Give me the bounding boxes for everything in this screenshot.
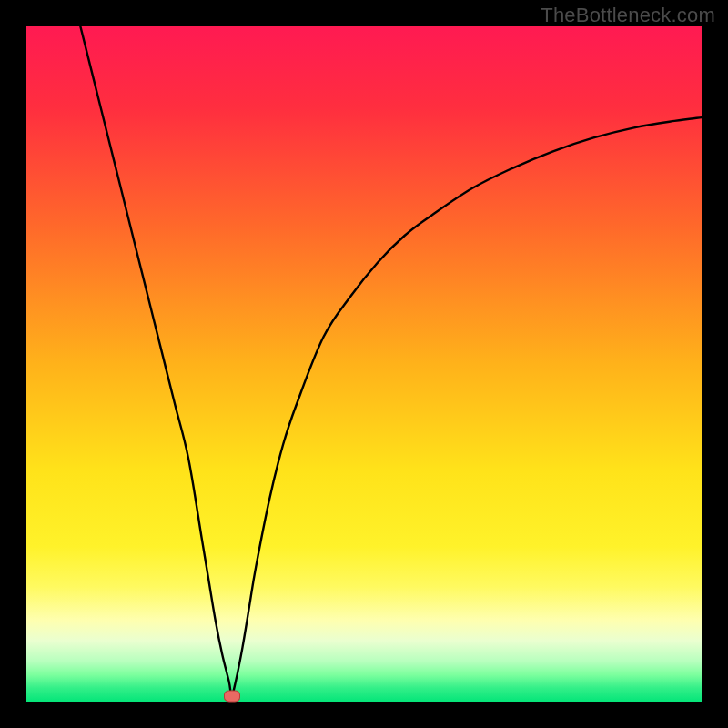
chart-frame: TheBottleneck.com [0, 0, 728, 728]
optimum-marker [224, 691, 240, 703]
plot-area [26, 26, 702, 702]
bottleneck-curve [26, 26, 702, 702]
watermark-text: TheBottleneck.com [541, 4, 715, 27]
